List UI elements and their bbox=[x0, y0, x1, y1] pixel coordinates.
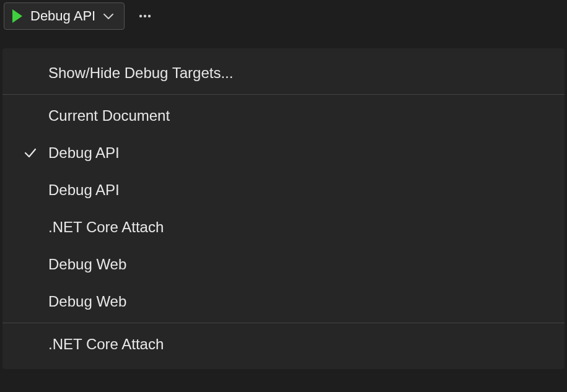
chevron-down-icon bbox=[102, 9, 115, 23]
menu-item-label: .NET Core Attach bbox=[48, 219, 164, 236]
toolbar: Debug API bbox=[0, 0, 567, 32]
menu-item-debug-api[interactable]: Debug API bbox=[2, 134, 565, 172]
menu-item-label: Debug Web bbox=[48, 293, 126, 310]
svg-point-0 bbox=[139, 15, 142, 17]
debug-target-button[interactable]: Debug API bbox=[4, 2, 125, 30]
play-icon bbox=[11, 9, 24, 24]
menu-item-debug-api-2[interactable]: Debug API bbox=[2, 172, 565, 209]
menu-separator bbox=[2, 323, 565, 323]
debug-targets-menu: Show/Hide Debug Targets... Current Docum… bbox=[2, 48, 565, 369]
debug-target-label: Debug API bbox=[30, 8, 95, 24]
menu-item-debug-web-2[interactable]: Debug Web bbox=[2, 283, 565, 320]
menu-item-label: Current Document bbox=[48, 107, 170, 124]
menu-show-hide-targets[interactable]: Show/Hide Debug Targets... bbox=[2, 54, 565, 92]
menu-item-label: .NET Core Attach bbox=[48, 336, 164, 353]
menu-item-net-core-attach-footer[interactable]: .NET Core Attach bbox=[2, 326, 565, 363]
menu-item-current-document[interactable]: Current Document bbox=[2, 97, 565, 134]
menu-item-label: Debug API bbox=[48, 144, 120, 162]
menu-item-net-core-attach[interactable]: .NET Core Attach bbox=[2, 209, 565, 246]
svg-point-1 bbox=[144, 15, 146, 17]
menu-item-debug-web[interactable]: Debug Web bbox=[2, 246, 565, 283]
svg-point-2 bbox=[148, 15, 151, 17]
menu-separator bbox=[2, 94, 565, 95]
menu-item-label: Show/Hide Debug Targets... bbox=[48, 64, 233, 82]
menu-item-label: Debug API bbox=[48, 181, 120, 199]
more-options-button[interactable] bbox=[137, 8, 153, 24]
check-icon bbox=[21, 146, 40, 160]
ellipsis-icon bbox=[137, 8, 153, 24]
menu-item-label: Debug Web bbox=[48, 256, 126, 273]
